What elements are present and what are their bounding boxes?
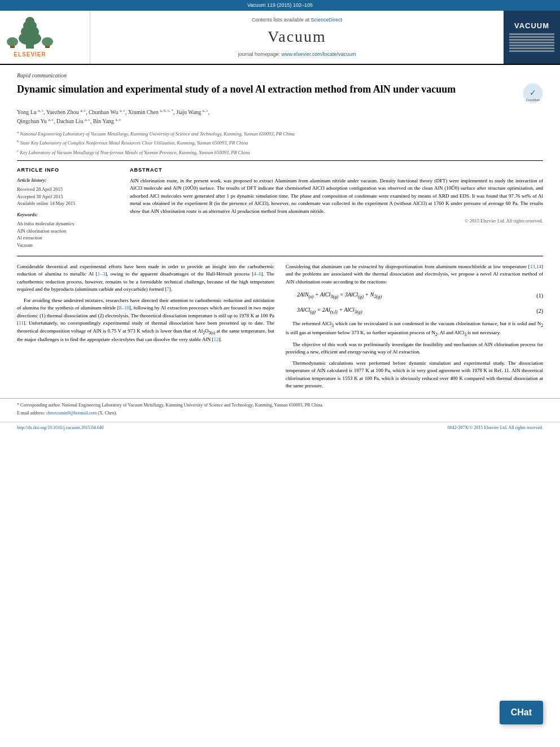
svg-point-7 [7, 37, 18, 46]
accepted-date: Accepted 30 April 2015 [17, 193, 119, 200]
body-section: Considerable theoretical and experimenta… [0, 263, 560, 394]
svg-text:✓: ✓ [530, 88, 536, 97]
affiliations: a National Engineering Laboratory of Vac… [17, 129, 543, 156]
ref-13-14[interactable]: 13,14 [530, 264, 541, 269]
ref-4-6[interactable]: 4–6 [253, 271, 261, 277]
email-link[interactable]: chenxiumin9@hotmail.com [46, 410, 97, 416]
affiliation-b: b State Key Laboratory of Complex Nonfer… [17, 138, 543, 147]
keyword-1: Ab initio molecular dynamics [17, 220, 119, 228]
ref-11[interactable]: 11 [19, 320, 24, 326]
equation-1-text: 2AlN(s) + AlCl3(g) = 3AlCl(g) + N2(g) [297, 290, 526, 300]
authors: Yong Lu a, c, Yuezhen Zhou a, c, Chunhan… [17, 108, 543, 126]
available-date: Available online 14 May 2015 [17, 200, 119, 207]
journal-name: Vacuum [268, 25, 326, 47]
journal-header: ELSEVIER Contents lists available at Sci… [0, 11, 560, 65]
equation-1-number: (1) [526, 291, 543, 300]
abstract-text: AlN chlorination route, in the present w… [130, 177, 543, 216]
equation-2-text: 3AlCl(g) = 2Al(s,l) + AlCl3(g) [297, 305, 526, 316]
body-para-2: For avoiding these undesired mixtures, r… [17, 297, 274, 344]
homepage-link[interactable]: www.elsevier.com/locate/vacuum [282, 51, 356, 57]
copyright: © 2015 Elsevier Ltd. All rights reserved… [130, 218, 543, 225]
body-column-left: Considerable theoretical and experimenta… [17, 263, 274, 394]
ref-12[interactable]: 12 [213, 337, 218, 342]
issn-text: 0042-207X/© 2015 Elsevier Ltd. All right… [448, 425, 543, 431]
doi-text: http://dx.doi.org/10.1016/j.vacuum.2015.… [17, 425, 104, 430]
crossmark-icon: ✓ CrossMark [523, 83, 543, 103]
equation-1: 2AlN(s) + AlCl3(g) = 3AlCl(g) + N2(g) (1… [297, 290, 543, 300]
sciencedirect-link[interactable]: ScienceDirect [311, 17, 343, 23]
svg-point-8 [42, 37, 53, 46]
homepage-line: journal homepage: www.elsevier.com/locat… [238, 51, 356, 58]
title-row: Dynamic simulation and experimental stud… [17, 83, 543, 103]
affiliation-a: a National Engineering Laboratory of Vac… [17, 129, 543, 138]
svg-text:CrossMark: CrossMark [526, 98, 540, 102]
received-date: Received 28 April 2015 [17, 186, 119, 193]
vacuum-badge-text: VACUUM [514, 21, 549, 31]
equation-2-number: (2) [526, 307, 543, 315]
page: Vacuum 119 (2015) 102–105 ELSEVIER [0, 0, 560, 747]
volume-text: Vacuum 119 (2015) 102–105 [247, 2, 313, 8]
article-info-column: Article Info Article history: Received 2… [17, 167, 119, 249]
ref-1-3[interactable]: 1–3 [98, 271, 106, 277]
body-para-5: The objective of this work was to prelim… [286, 341, 543, 356]
body-para-6: Thermodynamic calculations were performe… [286, 360, 543, 390]
keywords-section: Keywords: Ab initio molecular dynamics A… [17, 212, 119, 249]
article-history-label: Article history: [17, 177, 119, 184]
corresponding-author-footnote: * Corresponding author. National Enginee… [17, 402, 543, 408]
body-para-1: Considerable theoretical and experimenta… [17, 263, 274, 294]
article-title: Dynamic simulation and experimental stud… [17, 83, 516, 96]
elsevier-text: ELSEVIER [14, 51, 46, 59]
bottom-bar: http://dx.doi.org/10.1016/j.vacuum.2015.… [0, 422, 560, 433]
ref-8-10[interactable]: 8–10 [119, 305, 129, 311]
elsevier-logo: ELSEVIER [5, 16, 55, 59]
keywords-label: Keywords: [17, 212, 119, 219]
body-para-3: Considering that aluminum can be extract… [286, 263, 543, 286]
svg-point-4 [25, 17, 34, 25]
equation-2: 3AlCl(g) = 2Al(s,l) + AlCl3(g) (2) [297, 305, 543, 316]
footnote-section: * Corresponding author. National Enginee… [0, 398, 560, 416]
abstract-label: Abstract [130, 167, 543, 174]
article-section: Rapid communication Dynamic simulation a… [0, 65, 560, 249]
badge-decoration [509, 33, 554, 53]
vacuum-badge-section: VACUUM [504, 11, 560, 64]
section-divider [17, 256, 543, 256]
affiliation-c: c Key Laboratory of Vacuum Metallurgy of… [17, 148, 543, 156]
elsevier-logo-section: ELSEVIER [0, 11, 90, 64]
body-column-right: Considering that aluminum can be extract… [286, 263, 543, 394]
article-type: Rapid communication [17, 72, 543, 80]
keyword-3: Al extraction [17, 234, 119, 242]
keyword-2: AlN chlorination reaction [17, 228, 119, 235]
contents-available-line: Contents lists available at ScienceDirec… [252, 16, 342, 24]
elsevier-tree-icon [5, 16, 55, 50]
article-info-label: Article Info [17, 167, 119, 174]
abstract-column: Abstract AlN chlorination route, in the … [130, 167, 543, 249]
journal-volume-info: Vacuum 119 (2015) 102–105 [0, 0, 560, 11]
chat-button[interactable]: CHat [500, 701, 543, 724]
bottom-bar-row: http://dx.doi.org/10.1016/j.vacuum.2015.… [17, 425, 543, 431]
ref-7[interactable]: 7 [167, 286, 169, 292]
body-para-4: The reformed AlCl3 which can be recircul… [286, 320, 543, 337]
keyword-4: Vacuum [17, 242, 119, 249]
chat-button-label: CHat [511, 707, 532, 717]
article-info-abstract: Article Info Article history: Received 2… [17, 160, 543, 249]
email-footnote: E-mail address: chenxiumin9@hotmail.com … [17, 410, 543, 416]
journal-center: Contents lists available at ScienceDirec… [90, 11, 504, 64]
doi-link[interactable]: http://dx.doi.org/10.1016/j.vacuum.2015.… [17, 425, 104, 431]
